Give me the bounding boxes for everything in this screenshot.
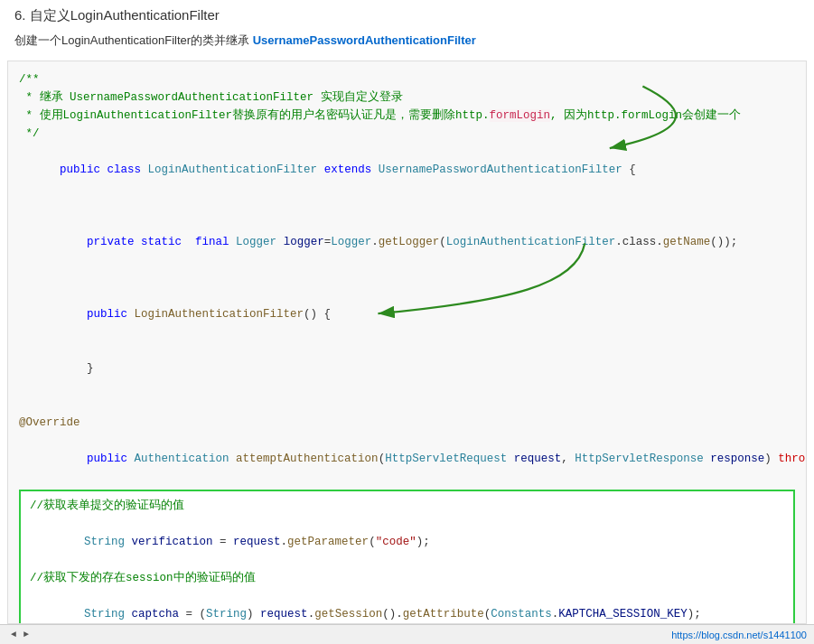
constructor-open: public LoginAuthenticationFilter() { — [19, 287, 795, 341]
scroll-right-arrow[interactable]: ► — [20, 630, 33, 639]
hl-cmt-1: //获取表单提交的验证码的值 — [30, 497, 784, 515]
class-declaration: public class LoginAuthenticationFilter e… — [19, 143, 795, 197]
page-container: 6. 自定义LoginAuthenticationFilter 创建一个Logi… — [0, 0, 814, 644]
page-url: https://blog.csdn.net/s1441100 — [671, 630, 807, 640]
blank-line-2 — [19, 269, 795, 287]
constructor-close: } — [19, 341, 795, 396]
comment-line-1: /** — [19, 70, 795, 89]
override-annotation: @Override — [19, 414, 795, 432]
comment-line-2: * 继承 UsernamePasswordAuthenticationFilte… — [19, 89, 795, 107]
field-line: private static final Logger logger=Logge… — [19, 215, 795, 269]
highlighted-code-block: //获取表单提交的验证码的值 String verification = req… — [19, 490, 795, 625]
hl-cmt-2: //获取下发的存在session中的验证码的值 — [30, 569, 784, 587]
hl-line-2: String captcha = (String) request.getSes… — [30, 587, 784, 625]
scroll-left-arrow[interactable]: ◄ — [7, 630, 20, 639]
comment-line-4: */ — [19, 125, 795, 143]
method-signature: public Authentication attemptAuthenticat… — [19, 432, 795, 486]
heading-title: 6. 自定义LoginAuthenticationFilter — [14, 7, 800, 24]
desc-class: UsernamePasswordAuthenticationFilter — [253, 33, 476, 47]
blank-line-1 — [19, 197, 795, 215]
bottom-bar: ◄ ► https://blog.csdn.net/s1441100 — [0, 624, 814, 644]
heading-desc: 创建一个LoginAuthenticationFilter的类并继承 Usern… — [14, 32, 800, 50]
blank-line-3 — [19, 396, 795, 414]
desc-prefix: 创建一个LoginAuthenticationFilter的类并继承 — [14, 33, 253, 47]
hl-line-1: String verification = request.getParamet… — [30, 515, 784, 569]
comment-line-3: * 使用LoginAuthenticationFilter替换原有的用户名密码认… — [19, 107, 795, 125]
heading-section: 6. 自定义LoginAuthenticationFilter 创建一个Logi… — [0, 0, 814, 61]
code-area: /** * 继承 UsernamePasswordAuthenticationF… — [7, 61, 807, 625]
scroll-controls: ◄ ► — [7, 630, 33, 639]
